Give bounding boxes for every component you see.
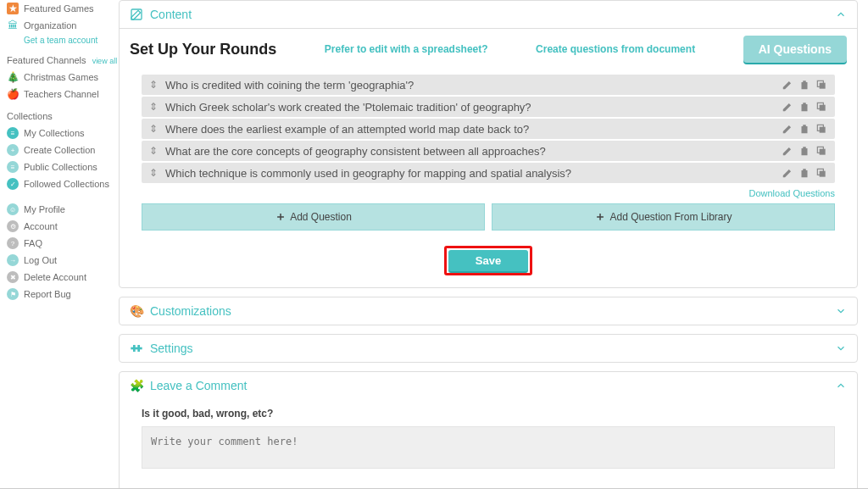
customizations-panel-header[interactable]: 🎨 Customizations: [120, 297, 857, 325]
question-row: ⇕Where does the earliest example of an a…: [142, 119, 835, 139]
panel-title: Content: [150, 8, 192, 21]
flag-icon: ⚑: [7, 288, 19, 300]
question-text: Where does the earliest example of an at…: [165, 123, 774, 136]
edit-question-icon[interactable]: [781, 122, 794, 136]
content-panel-header[interactable]: Content: [120, 1, 857, 29]
featured-channels-header: Featured Channels view all: [7, 55, 119, 65]
trash-icon: ✖: [7, 271, 19, 283]
sidebar-item-christmas-games[interactable]: 🎄 Christmas Games: [7, 69, 119, 86]
sidebar-label: My Collections: [24, 128, 85, 138]
sidebar-item-account[interactable]: ⚙ Account: [7, 218, 119, 235]
plus-icon: +: [7, 144, 19, 156]
customizations-panel: 🎨 Customizations: [119, 297, 858, 325]
duplicate-question-icon[interactable]: [815, 144, 828, 158]
add-question-from-library-button[interactable]: ＋ Add Question From Library: [492, 203, 835, 231]
question-row: ⇕What are the core concepts of geography…: [142, 141, 835, 161]
download-questions-link[interactable]: Download Questions: [748, 188, 835, 198]
sidebar-item-report-bug[interactable]: ⚑ Report Bug: [7, 286, 119, 303]
delete-question-icon[interactable]: [798, 100, 811, 114]
sidebar-item-create-collection[interactable]: + Create Collection: [7, 142, 119, 158]
sidebar-label: Public Collections: [24, 162, 97, 172]
question-text: Who is credited with coining the term 'g…: [165, 79, 774, 92]
sliders-icon: [130, 342, 143, 355]
view-all-link[interactable]: view all: [92, 57, 118, 65]
delete-question-icon[interactable]: [798, 122, 811, 136]
sidebar-label: Featured Games: [24, 3, 94, 14]
chevron-up-icon: [835, 380, 847, 392]
svg-rect-5: [820, 127, 826, 133]
drag-handle-icon[interactable]: ⇕: [148, 123, 159, 135]
sidebar-label: Delete Account: [24, 272, 86, 282]
main-content: Content Set Up Your Rounds Prefer to edi…: [119, 0, 868, 489]
sidebar-item-teachers-channel[interactable]: 🍎 Teachers Channel: [7, 86, 119, 103]
save-button[interactable]: Save: [448, 250, 528, 271]
duplicate-question-icon[interactable]: [815, 100, 828, 114]
comment-panel: 🧩 Leave a Comment Is it good, bad, wrong…: [119, 371, 858, 489]
question-icon: ?: [7, 237, 19, 249]
svg-rect-9: [820, 171, 826, 177]
gear-icon: ⚙: [7, 220, 19, 232]
delete-question-icon[interactable]: [798, 166, 811, 180]
edit-question-icon[interactable]: [781, 144, 794, 158]
drag-handle-icon[interactable]: ⇕: [148, 101, 159, 113]
question-text: Which technique is commonly used in geog…: [165, 167, 774, 180]
panel-title: Settings: [150, 342, 193, 355]
duplicate-question-icon[interactable]: [815, 122, 828, 136]
drag-handle-icon[interactable]: ⇕: [148, 79, 159, 91]
question-row: ⇕Which technique is commonly used in geo…: [142, 163, 835, 183]
sidebar-item-delete-account[interactable]: ✖ Delete Account: [7, 269, 119, 286]
sidebar-item-my-profile[interactable]: ☺ My Profile: [7, 201, 119, 218]
sidebar-item-logout[interactable]: → Log Out: [7, 252, 119, 269]
palette-icon: 🎨: [130, 304, 143, 318]
add-from-library-label: Add Question From Library: [609, 211, 732, 223]
rounds-heading: Set Up Your Rounds: [130, 41, 276, 58]
add-question-button[interactable]: ＋ Add Question: [142, 203, 485, 231]
spreadsheet-link[interactable]: Prefer to edit with a spreadsheet?: [325, 43, 488, 55]
content-panel: Content Set Up Your Rounds Prefer to edi…: [119, 0, 858, 288]
svg-rect-12: [133, 345, 136, 352]
panel-title: Leave a Comment: [150, 379, 247, 392]
sidebar-item-public-collections[interactable]: ≡ Public Collections: [7, 158, 119, 175]
logout-icon: →: [7, 254, 19, 266]
sidebar-item-organization[interactable]: 🏛 Organization: [7, 17, 119, 34]
sidebar-item-my-collections[interactable]: ≡ My Collections: [7, 125, 119, 142]
save-highlight: Save: [444, 246, 532, 275]
sidebar-label: Account: [24, 221, 58, 231]
delete-question-icon[interactable]: [798, 144, 811, 158]
add-question-label: Add Question: [290, 211, 352, 223]
comment-panel-header[interactable]: 🧩 Leave a Comment: [120, 372, 857, 399]
list-icon: ≡: [7, 127, 19, 139]
delete-question-icon[interactable]: [798, 78, 811, 92]
tree-icon: 🎄: [7, 71, 19, 83]
sidebar-label: Teachers Channel: [24, 89, 99, 99]
settings-panel-header[interactable]: Settings: [120, 335, 857, 362]
sidebar-label: FAQ: [24, 238, 42, 248]
settings-panel: Settings: [119, 334, 858, 363]
duplicate-question-icon[interactable]: [815, 78, 828, 92]
edit-question-icon[interactable]: [781, 100, 794, 114]
comment-input[interactable]: [142, 426, 835, 469]
sidebar-label: My Profile: [24, 204, 65, 214]
question-row: ⇕Who is credited with coining the term '…: [142, 75, 835, 95]
question-text: Which Greek scholar's work created the '…: [165, 101, 774, 114]
question-text: What are the core concepts of geography …: [165, 145, 774, 158]
puzzle-icon: 🧩: [130, 379, 143, 392]
sidebar-label: Log Out: [24, 255, 57, 265]
sidebar: ★ Featured Games 🏛 Organization Get a te…: [0, 0, 119, 489]
drag-handle-icon[interactable]: ⇕: [148, 145, 159, 157]
edit-question-icon[interactable]: [781, 166, 794, 180]
svg-rect-0: [131, 9, 142, 19]
edit-question-icon[interactable]: [781, 78, 794, 92]
check-icon: ✓: [7, 178, 19, 190]
sidebar-item-featured-games[interactable]: ★ Featured Games: [7, 0, 119, 17]
sidebar-label: Create Collection: [24, 145, 95, 155]
duplicate-question-icon[interactable]: [815, 166, 828, 180]
chevron-down-icon: [835, 305, 847, 317]
team-account-link[interactable]: Get a team account: [24, 34, 119, 47]
sidebar-item-faq[interactable]: ? FAQ: [7, 235, 119, 252]
svg-rect-11: [131, 347, 142, 350]
doc-link[interactable]: Create questions from document: [536, 43, 695, 55]
sidebar-item-followed-collections[interactable]: ✓ Followed Collections: [7, 175, 119, 192]
drag-handle-icon[interactable]: ⇕: [148, 167, 159, 179]
ai-questions-button[interactable]: AI Questions: [743, 36, 847, 63]
